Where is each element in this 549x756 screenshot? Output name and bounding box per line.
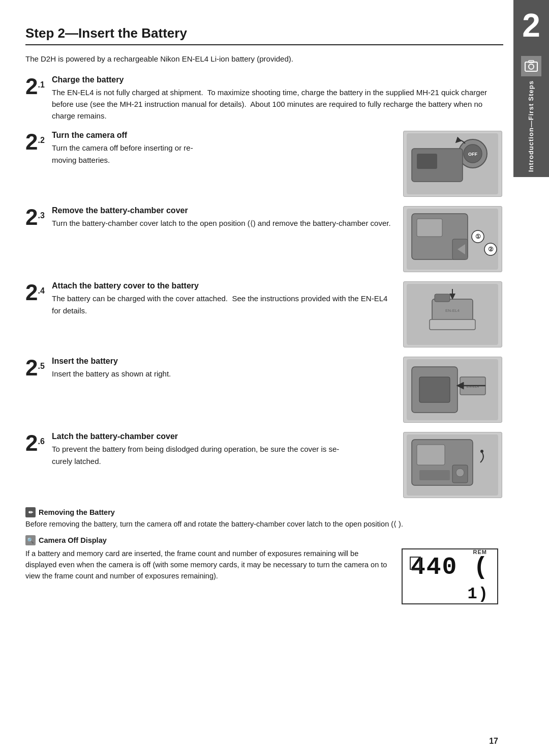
step-2-5: 2 .5 Insert the battery Insert the batte… — [25, 357, 503, 423]
svg-rect-20 — [430, 319, 475, 330]
step-content-2-5: Insert the battery Insert the battery as… — [52, 357, 391, 380]
camera-dial-image: OFF — [403, 131, 502, 197]
svg-rect-19 — [435, 294, 450, 302]
page-title: Step 2—Insert the Battery — [25, 25, 503, 45]
sidebar-label: Introduction—First Steps — [513, 51, 549, 177]
sidebar-text: Introduction—First Steps — [527, 80, 535, 172]
step-heading-2-4: Attach the battery cover to the battery — [52, 281, 391, 290]
chapter-tab: 2 — [513, 0, 549, 53]
svg-rect-8 — [417, 154, 437, 169]
step-heading-2-3: Remove the battery-chamber cover — [52, 206, 391, 215]
insert-battery-image: EN-EL4 — [403, 357, 502, 423]
note-removing-battery: ✏ Removing the Battery Before removing t… — [25, 507, 503, 530]
step-major-2-4: 2 — [25, 281, 38, 304]
step-number-col-2-5: 2 .5 — [25, 357, 52, 379]
page-number: 17 — [489, 737, 498, 746]
note-camera-off-title: Camera Off Display — [39, 536, 107, 544]
step-image-2-2: OFF — [402, 131, 503, 197]
step-minor-2-3: .3 — [38, 210, 44, 220]
svg-text:EN-EL4: EN-EL4 — [445, 308, 460, 313]
svg-rect-29 — [417, 445, 445, 465]
step-number-col-2-6: 2 .6 — [25, 432, 52, 454]
svg-rect-11 — [417, 219, 442, 237]
camera-off-img-col: REM 440 ( 1) — [402, 548, 503, 604]
step-minor-2-4: .4 — [38, 285, 44, 296]
step-content-2-1: Charge the battery The EN-EL4 is not ful… — [52, 75, 503, 122]
step-major-2-3: 2 — [25, 206, 38, 228]
step-body-2-6: To prevent the battery from being dislod… — [52, 443, 391, 467]
step-number-col-2-2: 2 .2 — [25, 131, 52, 153]
lcd-sub-number: 1) — [468, 585, 489, 603]
note-camera-off-heading: 🔍 Camera Off Display — [25, 535, 503, 545]
note-removing-battery-body: Before removing the battery, turn the ca… — [25, 519, 503, 530]
step-content-2-4: Attach the battery cover to the battery … — [52, 281, 391, 316]
step-body-2-5: Insert the battery as shown at right. — [52, 368, 391, 380]
step-2-3: 2 .3 Remove the battery-chamber cover Tu… — [25, 206, 503, 272]
step-heading-2-2: Turn the camera off — [52, 131, 391, 140]
camera-sidebar-icon — [521, 56, 541, 76]
step-body-2-4: The battery can be charged with the cove… — [52, 293, 391, 316]
intro-paragraph: The D2H is powered by a rechargeable Nik… — [25, 53, 503, 65]
svg-rect-32 — [419, 470, 450, 480]
camera-off-text-col: If a battery and memory card are inserte… — [25, 548, 391, 581]
svg-point-31 — [456, 469, 464, 477]
step-major-2-6: 2 — [25, 432, 38, 454]
step-image-2-5: EN-EL4 — [402, 357, 503, 423]
battery-chamber-image: ① ② — [403, 206, 502, 272]
step-minor-2-1: .1 — [38, 79, 44, 90]
chapter-number: 2 — [522, 9, 540, 42]
step-image-2-6 — [402, 432, 503, 498]
step-heading-2-5: Insert the battery — [52, 357, 391, 366]
step-image-2-3: ① ② — [402, 206, 503, 272]
step-body-2-2: Turn the camera off before inserting or … — [52, 142, 391, 166]
step-body-2-3: Turn the battery-chamber cover latch to … — [52, 217, 391, 229]
note-camera-off-body: If a battery and memory card are inserte… — [25, 548, 391, 581]
step-major-2-5: 2 — [25, 357, 38, 379]
step-image-2-4: EN-EL4 — [402, 281, 503, 347]
lcd-display: REM 440 ( 1) — [402, 548, 498, 604]
note-camera-off-display: 🔍 Camera Off Display If a battery and me… — [25, 535, 503, 604]
step-content-2-3: Remove the battery-chamber cover Turn th… — [52, 206, 391, 229]
main-content: Step 2—Insert the Battery The D2H is pow… — [25, 25, 503, 731]
svg-point-1 — [529, 64, 534, 69]
note-removing-battery-title: Removing the Battery — [39, 508, 115, 516]
svg-text:OFF: OFF — [468, 152, 477, 157]
step-content-2-6: Latch the battery-chamber cover To preve… — [52, 432, 391, 467]
step-2-2: 2 .2 Turn the camera off Turn the camera… — [25, 131, 503, 197]
svg-rect-24 — [419, 377, 450, 402]
step-heading-2-6: Latch the battery-chamber cover — [52, 432, 391, 441]
camera-off-display-section: If a battery and memory card are inserte… — [25, 548, 503, 604]
step-body-2-1: The EN-EL4 is not fully charged at shipm… — [52, 86, 503, 122]
note-removing-battery-heading: ✏ Removing the Battery — [25, 507, 503, 517]
step-major-2-1: 2 — [25, 75, 38, 98]
svg-point-33 — [480, 450, 483, 453]
latch-cover-image — [403, 432, 502, 498]
step-content-2-2: Turn the camera off Turn the camera off … — [52, 131, 391, 166]
step-2-4: 2 .4 Attach the battery cover to the bat… — [25, 281, 503, 347]
svg-text:①: ① — [475, 233, 481, 240]
step-number-col-2-1: 2 .1 — [25, 75, 52, 98]
svg-text:②: ② — [488, 246, 494, 253]
step-2-6: 2 .6 Latch the battery-chamber cover To … — [25, 432, 503, 498]
step-minor-2-2: .2 — [38, 135, 44, 145]
step-major-2-2: 2 — [25, 131, 38, 153]
step-2-1: 2 .1 Charge the battery The EN-EL4 is no… — [25, 75, 503, 122]
step-heading-2-1: Charge the battery — [52, 75, 503, 84]
battery-cover-image: EN-EL4 — [403, 281, 502, 347]
step-number-col-2-3: 2 .3 — [25, 206, 52, 228]
svg-rect-0 — [525, 62, 537, 71]
lcd-frame-icon — [410, 557, 421, 570]
pencil-icon: ✏ — [25, 507, 36, 517]
magnifier-icon: 🔍 — [25, 535, 36, 545]
step-minor-2-5: .5 — [38, 361, 44, 371]
step-number-col-2-4: 2 .4 — [25, 281, 52, 304]
lcd-main-number: 440 ( — [411, 554, 489, 581]
step-minor-2-6: .6 — [38, 436, 44, 446]
